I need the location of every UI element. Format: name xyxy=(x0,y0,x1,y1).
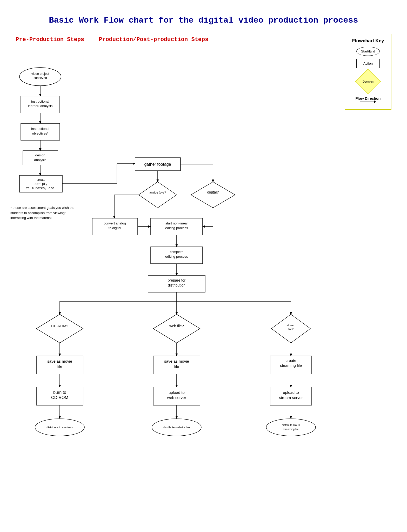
svg-text:CD-ROM?: CD-ROM? xyxy=(51,324,68,328)
svg-text:video project: video project xyxy=(31,72,49,76)
svg-text:distribute website link: distribute website link xyxy=(163,426,190,429)
svg-rect-72 xyxy=(270,356,312,374)
svg-text:digital?: digital? xyxy=(207,190,219,194)
svg-rect-34 xyxy=(92,218,138,235)
key-arrow-line xyxy=(360,102,376,102)
svg-text:distribution: distribution xyxy=(168,283,185,287)
footnote: * these are assessment goals you wish th… xyxy=(10,205,78,221)
svg-text:editing process: editing process xyxy=(165,255,188,258)
svg-rect-40 xyxy=(151,218,203,235)
key-oval-shape: Start/End xyxy=(356,47,380,56)
svg-rect-4 xyxy=(21,96,60,113)
key-title: Flowchart Key xyxy=(349,38,387,44)
svg-text:instructional: instructional xyxy=(31,99,49,103)
svg-rect-84 xyxy=(270,387,312,405)
svg-text:gather footage: gather footage xyxy=(144,162,171,167)
svg-rect-16 xyxy=(19,175,62,192)
svg-text:save as movie: save as movie xyxy=(47,359,72,363)
svg-rect-44 xyxy=(151,247,203,264)
svg-text:stream: stream xyxy=(286,324,295,327)
flowchart-key: Flowchart Key Start/End Action Decision … xyxy=(345,34,391,110)
svg-text:create: create xyxy=(37,178,45,182)
svg-text:analog (v+s?: analog (v+s? xyxy=(149,191,166,194)
svg-text:start non-linear: start non-linear xyxy=(165,221,188,225)
svg-text:web server: web server xyxy=(167,395,186,400)
svg-text:instructional: instructional xyxy=(31,127,49,131)
svg-marker-26 xyxy=(139,182,177,208)
preproduction-label: Pre-Production Steps xyxy=(16,36,84,43)
svg-rect-8 xyxy=(21,123,60,140)
key-rect-shape: Action xyxy=(356,59,380,68)
svg-text:complete: complete xyxy=(170,250,184,254)
svg-text:learner/ analysis: learner/ analysis xyxy=(28,104,53,108)
svg-rect-48 xyxy=(148,275,205,292)
svg-text:objectives*: objectives* xyxy=(32,131,49,135)
key-decision: Decision xyxy=(349,71,387,92)
svg-text:web file?: web file? xyxy=(169,324,184,328)
svg-text:burn to: burn to xyxy=(53,390,66,395)
page: Basic Work Flow chart for the digital vi… xyxy=(0,0,407,532)
svg-text:file?: file? xyxy=(288,328,293,331)
svg-text:analysis: analysis xyxy=(34,158,46,162)
svg-text:distribute to students: distribute to students xyxy=(46,426,73,429)
svg-marker-60 xyxy=(271,314,310,343)
svg-rect-66 xyxy=(36,356,83,374)
svg-text:distribute link to: distribute link to xyxy=(282,424,300,427)
svg-text:prepare for: prepare for xyxy=(168,278,186,282)
svg-marker-28 xyxy=(191,182,235,208)
svg-text:film notes, etc.: film notes, etc. xyxy=(26,187,56,190)
svg-marker-56 xyxy=(36,314,83,343)
svg-text:steaming file: steaming file xyxy=(280,363,302,368)
key-action: Action xyxy=(349,59,387,68)
svg-point-0 xyxy=(19,68,61,86)
svg-text:CD-ROM: CD-ROM xyxy=(51,395,68,400)
svg-marker-58 xyxy=(153,314,200,343)
key-diamond-shape: Decision xyxy=(355,69,381,95)
page-title: Basic Work Flow chart for the digital vi… xyxy=(10,16,397,25)
svg-text:file: file xyxy=(57,364,62,369)
svg-point-92 xyxy=(152,419,201,436)
svg-text:convert analog: convert analog xyxy=(104,221,126,225)
svg-text:to digital: to digital xyxy=(109,226,121,230)
svg-rect-78 xyxy=(36,387,83,405)
svg-rect-69 xyxy=(153,356,200,374)
svg-text:create: create xyxy=(285,358,296,363)
key-flow-direction: Flow Direction xyxy=(349,95,387,102)
svg-text:stream server: stream server xyxy=(279,395,303,400)
production-label: Production/Post-production Steps xyxy=(99,36,208,43)
svg-text:save as movie: save as movie xyxy=(164,359,189,363)
svg-text:streaming file: streaming file xyxy=(283,428,299,431)
svg-text:upload to: upload to xyxy=(169,390,185,395)
svg-text:design: design xyxy=(35,153,45,157)
svg-point-90 xyxy=(35,419,84,436)
key-arrow-shape xyxy=(360,102,376,102)
key-start-end: Start/End xyxy=(349,47,387,56)
svg-text:editing process: editing process xyxy=(165,226,188,230)
svg-rect-12 xyxy=(23,151,58,165)
svg-text:script,: script, xyxy=(35,182,48,186)
svg-text:upload to: upload to xyxy=(283,390,299,395)
svg-point-94 xyxy=(266,419,316,436)
svg-rect-23 xyxy=(135,158,181,171)
svg-text:conceved: conceved xyxy=(34,76,47,80)
svg-text:file: file xyxy=(174,364,179,369)
svg-rect-81 xyxy=(153,387,200,405)
